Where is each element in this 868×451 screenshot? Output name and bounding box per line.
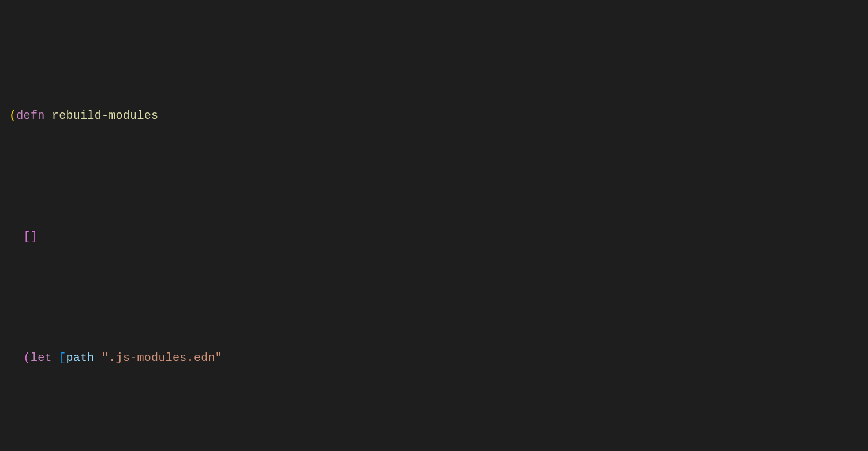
code-line[interactable]: (defn rebuild-modules — [9, 104, 868, 128]
code-line[interactable]: (let [path ".js-modules.edn" — [9, 346, 868, 370]
string-literal: ".js-modules.edn" — [102, 351, 222, 364]
bracket-open: [ — [59, 351, 66, 364]
keyword-let: let — [31, 351, 52, 364]
bracket-close: ] — [31, 230, 38, 243]
fn-name: rebuild-modules — [52, 109, 159, 122]
code-line[interactable]: [] — [9, 225, 868, 249]
paren-open: ( — [9, 109, 16, 122]
binding-path: path — [66, 351, 94, 364]
keyword-defn: defn — [16, 109, 44, 122]
code-editor[interactable]: (defn rebuild-modules [] (let [path ".js… — [0, 0, 868, 451]
